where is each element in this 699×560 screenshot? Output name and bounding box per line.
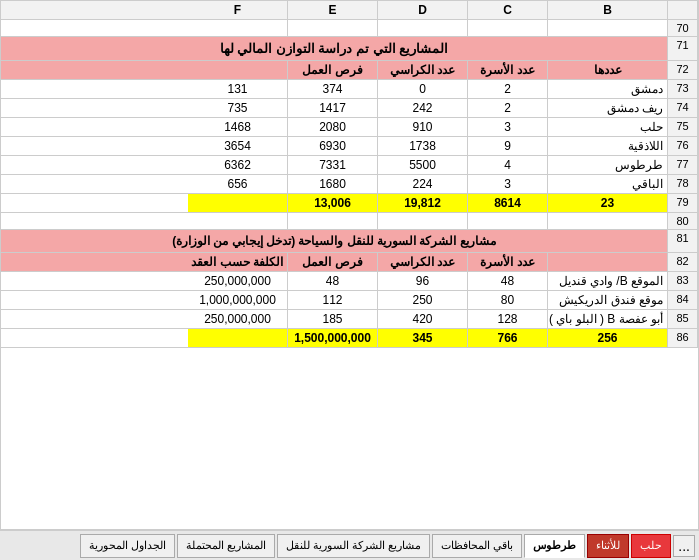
col-d-header: D <box>378 1 468 19</box>
row-84: 84 موقع فندق الدريكيش 80 250 112 1,000,0… <box>1 291 698 310</box>
total-86-e: 1,500,000,000 <box>288 329 378 347</box>
row-num-80: 80 <box>668 213 698 229</box>
total-86-f <box>188 329 288 347</box>
row-85: 85 أبو عفصة B ( البلو باي ) 128 420 185 … <box>1 310 698 329</box>
tab-tartous[interactable]: طرطوس <box>524 534 585 558</box>
header-d-s2: عدد الكراسي <box>378 253 468 271</box>
row-77: 77 طرطوس 4 5500 7331 6362 <box>1 156 698 175</box>
cell-84-d: 250 <box>378 291 468 309</box>
cell-77-d: 5500 <box>378 156 468 174</box>
cell-80-b <box>548 213 668 229</box>
cell-74-f: 735 <box>188 99 288 117</box>
row-79-total: 79 23 8614 19,812 13,006 <box>1 194 698 213</box>
total-79-b: 23 <box>548 194 668 212</box>
cell-74-b: ريف دمشق <box>548 99 668 117</box>
row-num-73: 73 <box>668 80 698 98</box>
row-71-title: 71 المشاريع التي تم دراسة التوازن المالي… <box>1 37 698 61</box>
section1-title: المشاريع التي تم دراسة التوازن المالي له… <box>1 37 668 60</box>
cell-76-c: 9 <box>468 137 548 155</box>
cell-75-d: 910 <box>378 118 468 136</box>
cell-83-f: 250,000,000 <box>188 272 288 290</box>
total-79-f <box>188 194 288 212</box>
tab-halab[interactable]: حلب <box>631 534 671 558</box>
row-81-title: 81 مشاريع الشركة السورية للنقل والسياحة … <box>1 230 698 253</box>
cell-76-b: اللاذقية <box>548 137 668 155</box>
header-b-s1: عددها <box>548 61 668 79</box>
header-c-s2: عدد الأسرة <box>468 253 548 271</box>
cell-85-b: أبو عفصة B ( البلو باي ) <box>548 310 668 328</box>
cell-70-e <box>288 20 378 36</box>
cell-80-f <box>188 213 288 229</box>
cell-70-b <box>548 20 668 36</box>
row-78: 78 الباقي 3 224 1680 656 <box>1 175 698 194</box>
row-76: 76 اللاذقية 9 1738 6930 3654 <box>1 137 698 156</box>
section2-title: مشاريع الشركة السورية للنقل والسياحة (تد… <box>1 230 668 252</box>
cell-74-e: 1417 <box>288 99 378 117</box>
header-f-s1 <box>188 61 288 79</box>
col-f-header: F <box>188 1 288 19</box>
row-75: 75 حلب 3 910 2080 1468 <box>1 118 698 137</box>
header-f-s2: الكلفة حسب العقد <box>188 253 288 271</box>
row-74: 74 ريف دمشق 2 242 1417 735 <box>1 99 698 118</box>
row-num-70: 70 <box>668 20 698 36</box>
cell-73-d: 0 <box>378 80 468 98</box>
cell-78-e: 1680 <box>288 175 378 193</box>
row-72-headers: 72 عددها عدد الأسرة عدد الكراسي فرص العم… <box>1 61 698 80</box>
header-d-s1: عدد الكراسي <box>378 61 468 79</box>
cell-76-f: 3654 <box>188 137 288 155</box>
total-86-d: 345 <box>378 329 468 347</box>
cell-73-f: 131 <box>188 80 288 98</box>
row-num-77: 77 <box>668 156 698 174</box>
cell-83-b: الموقع B/ وادي قنديل <box>548 272 668 290</box>
row-82-headers: 82 عدد الأسرة عدد الكراسي فرص العمل الكل… <box>1 253 698 272</box>
cell-80-e <box>288 213 378 229</box>
cell-78-b: الباقي <box>548 175 668 193</box>
row-num-79: 79 <box>668 194 698 212</box>
header-b-s2 <box>548 253 668 271</box>
tab-muhtamala[interactable]: المشاريع المحتملة <box>177 534 275 558</box>
tab-baqi[interactable]: باقي المحافظات <box>432 534 522 558</box>
cell-70-d <box>378 20 468 36</box>
cell-73-c: 2 <box>468 80 548 98</box>
cell-70-c <box>468 20 548 36</box>
cell-83-e: 48 <box>288 272 378 290</box>
cell-77-b: طرطوس <box>548 156 668 174</box>
row-70: 70 <box>1 20 698 37</box>
cell-84-c: 80 <box>468 291 548 309</box>
cell-74-c: 2 <box>468 99 548 117</box>
tab-masharee3[interactable]: مشاريع الشركة السورية للنقل <box>277 534 430 558</box>
cell-84-e: 112 <box>288 291 378 309</box>
row-num-header <box>668 1 698 19</box>
header-c-s1: عدد الأسرة <box>468 61 548 79</box>
row-73: 73 دمشق 2 0 374 131 <box>1 80 698 99</box>
cell-74-d: 242 <box>378 99 468 117</box>
cell-78-d: 224 <box>378 175 468 193</box>
cell-85-c: 128 <box>468 310 548 328</box>
row-83: 83 الموقع B/ وادي قنديل 48 96 48 250,000… <box>1 272 698 291</box>
cell-83-d: 96 <box>378 272 468 290</box>
cell-85-f: 250,000,000 <box>188 310 288 328</box>
cell-80-c <box>468 213 548 229</box>
col-c-header: C <box>468 1 548 19</box>
tab-jadawil[interactable]: الجداول المحورية <box>80 534 175 558</box>
total-79-c: 8614 <box>468 194 548 212</box>
row-num-85: 85 <box>668 310 698 328</box>
cell-73-e: 374 <box>288 80 378 98</box>
tab-nav-dots[interactable]: ... <box>673 535 695 557</box>
cell-83-c: 48 <box>468 272 548 290</box>
cell-77-e: 7331 <box>288 156 378 174</box>
total-79-e: 13,006 <box>288 194 378 212</box>
total-79-d: 19,812 <box>378 194 468 212</box>
tab-lilathna[interactable]: للأثناء <box>587 534 629 558</box>
row-num-72: 72 <box>668 61 698 79</box>
cell-75-b: حلب <box>548 118 668 136</box>
cell-77-f: 6362 <box>188 156 288 174</box>
cell-76-d: 1738 <box>378 137 468 155</box>
cell-75-c: 3 <box>468 118 548 136</box>
row-num-84: 84 <box>668 291 698 309</box>
cell-76-e: 6930 <box>288 137 378 155</box>
header-e-s2: فرص العمل <box>288 253 378 271</box>
row-num-75: 75 <box>668 118 698 136</box>
header-e-s1: فرص العمل <box>288 61 378 79</box>
total-86-c: 766 <box>468 329 548 347</box>
